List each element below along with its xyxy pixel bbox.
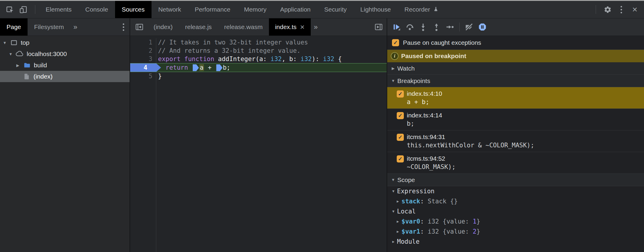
code-line-1: 1 // It takes in two 32-bit integer valu… (130, 38, 387, 47)
expand-arrow-icon: ▼ (391, 189, 396, 193)
pause-on-caught-exceptions-row[interactable]: ✓ Pause on caught exceptions (387, 36, 644, 50)
tree-item-localhost[interactable]: ▼ localhost:3000 (0, 48, 130, 60)
code-line-2: 2 // And returns a 32-bit integer value. (130, 47, 387, 55)
tab-memory[interactable]: Memory (237, 1, 273, 18)
step-into-icon[interactable] (417, 21, 429, 33)
checkbox-checked[interactable]: ✓ (392, 39, 399, 46)
scope-section-header[interactable]: ▼ Scope (387, 174, 644, 186)
navigator-tabs: Page Filesystem » (0, 18, 130, 36)
tab-page[interactable]: Page (0, 18, 28, 36)
more-editor-tabs-icon[interactable]: » (311, 18, 321, 36)
breakpoints-section-header[interactable]: ▼ Breakpoints (387, 75, 644, 87)
line-number-gutter[interactable]: 5 (130, 72, 156, 80)
expand-arrow-icon[interactable]: ▼ (8, 52, 13, 56)
evaluated-expression: a (199, 64, 204, 71)
line-number-gutter[interactable]: 2 (130, 47, 156, 55)
expand-arrow-icon: ▼ (391, 209, 396, 213)
expand-arrow-icon: ▼ (391, 178, 396, 182)
info-icon: i (391, 52, 398, 60)
scope-var-var0[interactable]: ▶ $var0: i32 {value: 1} (387, 216, 644, 227)
checkbox-checked[interactable]: ✓ (397, 112, 404, 119)
navigator-menu-icon[interactable] (123, 18, 130, 36)
tab-recorder[interactable]: Recorder (398, 1, 446, 18)
toolbar-left (0, 1, 39, 18)
more-options-icon[interactable] (616, 4, 627, 15)
scope-expression-group[interactable]: ▼ Expression (387, 186, 644, 196)
checkbox-checked[interactable]: ✓ (397, 134, 404, 141)
breakpoint-item-index-4-14[interactable]: ✓ index.ts:4:14 b; (387, 109, 644, 130)
settings-gear-icon[interactable] (602, 4, 613, 15)
device-toolbar-icon[interactable] (18, 4, 29, 15)
sources-panel: Page Filesystem » ▼ top ▼ (0, 18, 644, 252)
hide-navigator-icon[interactable] (130, 18, 147, 36)
navigator-sidebar: Page Filesystem » ▼ top ▼ (0, 18, 130, 252)
code-line-5: 5 } (130, 72, 387, 80)
inspect-element-icon[interactable] (4, 4, 15, 15)
tab-sources[interactable]: Sources (115, 1, 152, 18)
scope-local-group[interactable]: ▼ Local (387, 206, 644, 216)
editor-tab-index-ts[interactable]: index.ts × (269, 18, 311, 36)
deactivate-breakpoints-icon[interactable] (463, 21, 475, 33)
breakpoint-item-itcms-94-52[interactable]: ✓ itcms.ts:94:52 ~COLOR_MASK); (387, 152, 644, 174)
tab-network[interactable]: Network (152, 1, 188, 18)
checkbox-checked[interactable]: ✓ (397, 155, 404, 162)
file-tree: ▼ top ▼ localhost:3000 ▶ (0, 36, 130, 82)
close-tab-icon[interactable]: × (300, 23, 305, 31)
tab-elements[interactable]: Elements (39, 1, 79, 18)
scope-var-var1[interactable]: ▶ $var1: i32 {value: 2} (387, 227, 644, 237)
toolbar-right: × (592, 1, 644, 18)
main-panel-tabs: Elements Console Sources Network Perform… (39, 1, 446, 18)
devtools-window: Elements Console Sources Network Perform… (0, 0, 644, 252)
line-number-gutter[interactable]: 1 (130, 38, 156, 47)
more-tabs-icon[interactable]: » (70, 18, 80, 36)
code-line-4-paused: 4 return a + b; (130, 63, 387, 72)
file-icon (23, 72, 31, 81)
resume-script-icon[interactable] (391, 21, 402, 33)
folder-icon (23, 61, 31, 69)
tab-application[interactable]: Application (273, 1, 318, 18)
experiment-flask-icon (433, 6, 439, 13)
inline-breakpoint-marker[interactable] (193, 64, 199, 71)
tab-security[interactable]: Security (317, 1, 353, 18)
inline-breakpoint-marker[interactable] (216, 64, 222, 71)
tree-item-top[interactable]: ▼ top (0, 37, 130, 48)
debugger-sidebar-body: ✓ Pause on caught exceptions i Paused on… (387, 36, 644, 252)
expand-arrow-icon: ▼ (391, 79, 396, 83)
expand-arrow-icon[interactable]: ▼ (2, 41, 7, 45)
editor-column: (index) release.js release.wasm index.ts… (130, 18, 387, 252)
step-icon[interactable] (444, 21, 455, 33)
step-out-icon[interactable] (431, 21, 442, 33)
devtools-toolbar: Elements Console Sources Network Perform… (0, 1, 644, 18)
execution-line-flag[interactable]: 4 (130, 63, 161, 72)
open-sidebar-icon[interactable] (369, 18, 387, 36)
checkbox-checked[interactable]: ✓ (397, 90, 404, 98)
step-over-icon[interactable] (404, 21, 415, 33)
breakpoint-item-index-4-10[interactable]: ✓ index.ts:4:10 a + b; (387, 87, 644, 109)
toolbar-separator (35, 5, 35, 14)
frame-icon (10, 39, 18, 47)
line-number-gutter[interactable]: 3 (130, 55, 156, 63)
collapse-arrow-icon: ▶ (396, 199, 400, 203)
collapse-arrow-icon[interactable]: ▶ (15, 63, 20, 68)
tree-item-index[interactable]: (index) (0, 71, 130, 82)
toolbar-separator-right (596, 5, 596, 14)
collapse-arrow-icon: ▶ (396, 219, 400, 224)
editor-tab-release-js[interactable]: release.js (179, 18, 218, 36)
tree-item-build[interactable]: ▶ build (0, 60, 130, 71)
editor-tab-index-html[interactable]: (index) (147, 18, 179, 36)
collapse-arrow-icon: ▶ (391, 66, 396, 71)
scope-module-group[interactable]: ▶ Module (387, 237, 644, 247)
close-devtools-icon[interactable]: × (629, 4, 640, 15)
tab-performance[interactable]: Performance (188, 1, 237, 18)
tab-filesystem[interactable]: Filesystem (28, 18, 70, 36)
tab-console[interactable]: Console (79, 1, 115, 18)
debugger-toolbar (387, 18, 644, 36)
editor-tab-strip: (index) release.js release.wasm index.ts… (130, 18, 387, 36)
tab-lighthouse[interactable]: Lighthouse (353, 1, 398, 18)
scope-var-stack[interactable]: ▶ stack: Stack {} (387, 196, 644, 206)
watch-section-header[interactable]: ▶ Watch (387, 62, 644, 75)
code-line-3: 3 export function addInteger(a: i32, b: … (130, 55, 387, 63)
breakpoint-item-itcms-94-31[interactable]: ✓ itcms.ts:94:31 this.nextWithColor & ~C… (387, 130, 644, 152)
editor-tab-release-wasm[interactable]: release.wasm (218, 18, 269, 36)
pause-on-exceptions-icon[interactable] (477, 21, 488, 33)
